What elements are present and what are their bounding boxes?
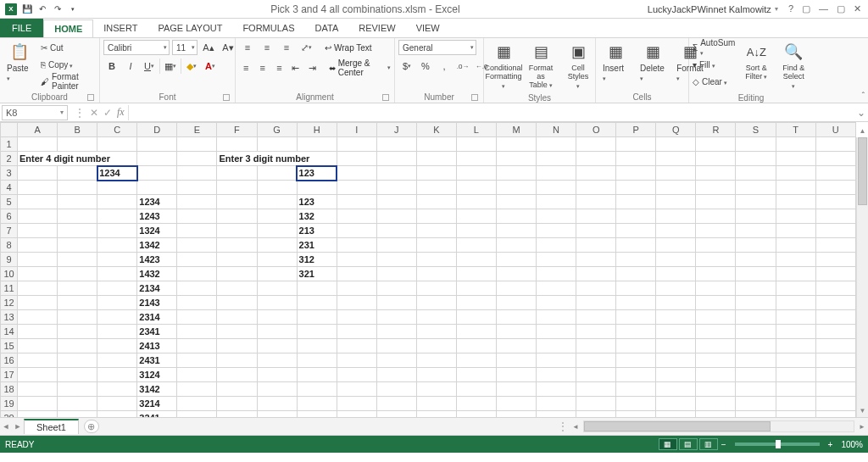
cell-H13[interactable] [297, 310, 337, 325]
col-header-T[interactable]: T [776, 123, 815, 137]
cell-J13[interactable] [376, 310, 416, 325]
cell-O10[interactable] [576, 267, 616, 281]
cell-A13[interactable] [18, 310, 58, 325]
autosum-button[interactable]: ΣAutoSum [693, 40, 735, 55]
cell-P10[interactable] [616, 267, 656, 281]
cell-N18[interactable] [537, 382, 576, 397]
cell-L17[interactable] [456, 368, 496, 382]
cell-U10[interactable] [815, 267, 855, 281]
cell-F14[interactable] [217, 325, 257, 339]
cell-C6[interactable] [97, 209, 137, 224]
cell-M12[interactable] [496, 296, 536, 310]
cell-A10[interactable] [18, 267, 58, 281]
cell-S10[interactable] [736, 267, 776, 281]
cell-D13[interactable]: 2314 [137, 310, 177, 325]
cell-R10[interactable] [696, 267, 736, 281]
cell-J10[interactable] [376, 267, 416, 281]
cell-O20[interactable] [576, 411, 616, 418]
cell-B1[interactable] [58, 137, 97, 152]
accounting-format-button[interactable]: $ [398, 58, 415, 74]
sheet-nav-prev[interactable]: ◄ [0, 422, 12, 431]
cell-N8[interactable] [537, 238, 576, 253]
cell-R11[interactable] [696, 281, 736, 296]
cell-J16[interactable] [376, 353, 416, 368]
cell-E12[interactable] [177, 296, 217, 310]
add-sheet-button[interactable]: ⊕ [84, 420, 99, 433]
bold-button[interactable]: B [103, 58, 120, 74]
find-select-button[interactable]: 🔍Find & Select [777, 40, 810, 92]
conditional-formatting-button[interactable]: ▦Conditional Formatting [487, 40, 520, 92]
cell-I9[interactable] [337, 253, 376, 267]
comma-format-button[interactable]: , [436, 58, 453, 74]
align-top-button[interactable]: ≡ [239, 40, 256, 55]
cell-O13[interactable] [576, 310, 616, 325]
cell-J3[interactable] [376, 166, 416, 181]
cell-S4[interactable] [736, 181, 776, 195]
cell-F1[interactable] [217, 137, 257, 152]
cell-M16[interactable] [496, 353, 536, 368]
cell-P14[interactable] [616, 325, 656, 339]
cell-D4[interactable] [137, 181, 177, 195]
cell-K6[interactable] [416, 209, 456, 224]
cell-S6[interactable] [736, 209, 776, 224]
cell-R17[interactable] [696, 368, 736, 382]
row-header-18[interactable]: 18 [1, 382, 18, 397]
cell-I3[interactable] [337, 166, 376, 181]
cell-G10[interactable] [257, 267, 297, 281]
cell-S15[interactable] [736, 339, 776, 353]
zoom-out-button[interactable]: − [718, 440, 730, 449]
cell-D18[interactable]: 3142 [137, 382, 177, 397]
copy-button[interactable]: ⎘Copy [41, 57, 96, 72]
col-header-I[interactable]: I [337, 123, 376, 137]
minimize-icon[interactable]: — [819, 3, 828, 14]
cell-J9[interactable] [376, 253, 416, 267]
cell-P1[interactable] [616, 137, 656, 152]
cell-L4[interactable] [456, 181, 496, 195]
cell-I2[interactable] [337, 152, 376, 166]
cell-I6[interactable] [337, 209, 376, 224]
cell-E6[interactable] [177, 209, 217, 224]
cell-D14[interactable]: 2341 [137, 325, 177, 339]
cell-R2[interactable] [696, 152, 736, 166]
cell-K19[interactable] [416, 397, 456, 411]
cell-A11[interactable] [18, 281, 58, 296]
cell-F10[interactable] [217, 267, 257, 281]
cell-P9[interactable] [616, 253, 656, 267]
cell-M10[interactable] [496, 267, 536, 281]
cell-I13[interactable] [337, 310, 376, 325]
cell-J19[interactable] [376, 397, 416, 411]
cell-S5[interactable] [736, 195, 776, 209]
cell-U8[interactable] [815, 238, 855, 253]
cell-J1[interactable] [376, 137, 416, 152]
cell-L12[interactable] [456, 296, 496, 310]
cell-G16[interactable] [257, 353, 297, 368]
cell-O15[interactable] [576, 339, 616, 353]
cell-A12[interactable] [18, 296, 58, 310]
cell-P20[interactable] [616, 411, 656, 418]
cell-P3[interactable] [616, 166, 656, 181]
delete-cells-button[interactable]: ▦Delete [637, 40, 669, 84]
cell-E10[interactable] [177, 267, 217, 281]
cell-K8[interactable] [416, 238, 456, 253]
hscroll-thumb[interactable] [584, 421, 771, 431]
cell-K20[interactable] [416, 411, 456, 418]
cell-F3[interactable] [217, 166, 257, 181]
row-header-12[interactable]: 12 [1, 296, 18, 310]
cell-Q8[interactable] [656, 238, 696, 253]
cell-T10[interactable] [776, 267, 815, 281]
cell-P5[interactable] [616, 195, 656, 209]
cell-D1[interactable] [137, 137, 177, 152]
tab-file[interactable]: FILE [0, 19, 43, 37]
cell-T12[interactable] [776, 296, 815, 310]
cell-U14[interactable] [815, 325, 855, 339]
number-launcher[interactable] [471, 94, 478, 101]
save-icon[interactable]: 💾 [22, 4, 32, 14]
cell-H11[interactable] [297, 281, 337, 296]
col-header-J[interactable]: J [376, 123, 416, 137]
cell-K15[interactable] [416, 339, 456, 353]
cell-E11[interactable] [177, 281, 217, 296]
col-header-U[interactable]: U [815, 123, 855, 137]
row-header-3[interactable]: 3 [1, 166, 18, 181]
cell-B12[interactable] [58, 296, 97, 310]
cell-B15[interactable] [58, 339, 97, 353]
